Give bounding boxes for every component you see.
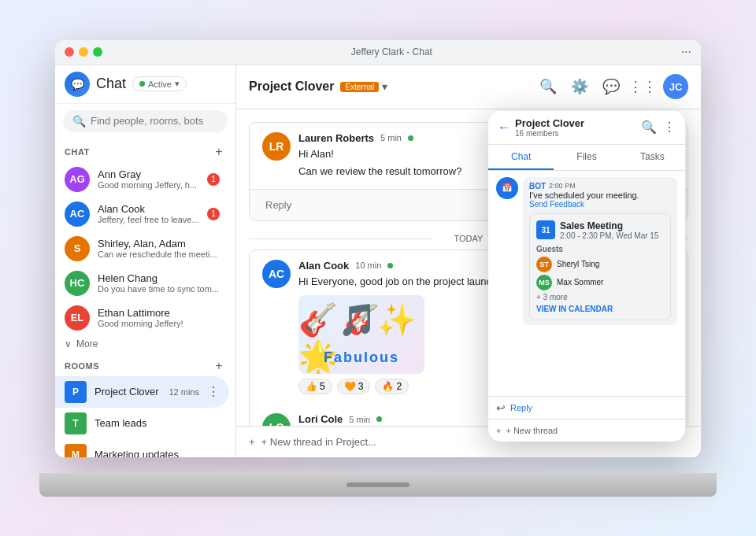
- apps-icon[interactable]: ⋮⋮: [632, 76, 654, 98]
- room-options-icon[interactable]: ⋮: [207, 384, 220, 399]
- view-calendar-link[interactable]: VIEW IN CALENDAR: [536, 305, 664, 313]
- new-thread-label: + New thread: [506, 426, 558, 435]
- chat-item[interactable]: EL Ethan Lattimore Good morning Jeffery!: [55, 301, 229, 335]
- mobile-new-thread[interactable]: + + New thread: [488, 419, 685, 442]
- chat-item[interactable]: AC Alan Cook Jeffery, feel free to leave…: [55, 197, 229, 231]
- gif-image: 🎸🎵✨🌟 Fabulous: [298, 295, 424, 374]
- reaction-thumbsup[interactable]: 👍 5: [298, 379, 332, 394]
- traffic-lights: [65, 47, 102, 57]
- mobile-more-icon[interactable]: ⋮: [663, 120, 676, 135]
- minimize-button[interactable]: [79, 47, 88, 57]
- avatar: AC: [65, 201, 90, 227]
- chat-item-info: Helen Chang Do you have time to sync tom…: [98, 272, 220, 294]
- chat-item-info: Shirley, Alan, Adam Can we reschedule th…: [98, 238, 220, 259]
- gif-label: Fabulous: [324, 349, 399, 366]
- search-icon[interactable]: 🔍: [537, 76, 559, 98]
- maximize-button[interactable]: [93, 47, 102, 57]
- tab-files[interactable]: Files: [554, 145, 619, 170]
- more-label: More: [76, 338, 98, 349]
- card-header: 31 Sales Meeting 2:00 - 2:30 PM, Wed Mar…: [536, 220, 664, 240]
- message-author: Lori Cole: [298, 413, 343, 425]
- chat-item-info: Ann Gray Good morning Jeffery, h...: [98, 168, 199, 190]
- close-button[interactable]: [65, 47, 74, 57]
- back-button[interactable]: ←: [498, 120, 510, 135]
- rooms-section-label: ROOMS: [65, 361, 99, 371]
- more-chats-button[interactable]: ∨ More: [55, 335, 235, 353]
- chat-item-preview: Jeffery, feel free to leave...: [98, 215, 199, 224]
- search-box[interactable]: 🔍: [63, 110, 228, 132]
- chat-logo: 💬: [65, 72, 90, 97]
- reaction-fire[interactable]: 🔥 2: [375, 379, 409, 394]
- chat-item-info: Ethan Lattimore Good morning Jeffery!: [98, 307, 220, 328]
- room-title: Project Clover: [249, 79, 334, 94]
- message-author: Alan Cook: [298, 260, 349, 272]
- unread-badge: 1: [207, 208, 220, 220]
- chat-icon[interactable]: 💬: [600, 76, 622, 98]
- chat-logo-icon: 💬: [71, 78, 84, 91]
- room-name: Team leads: [94, 417, 220, 429]
- mobile-search-icon[interactable]: 🔍: [641, 120, 657, 135]
- bot-time-label: 2:00 PM: [549, 182, 576, 190]
- tab-chat[interactable]: Chat: [488, 145, 554, 170]
- guest-name: Sheryl Tsing: [557, 260, 599, 268]
- chat-section-header: CHAT +: [55, 139, 235, 162]
- avatar: HC: [65, 271, 90, 296]
- mobile-members: 16 members: [515, 129, 636, 138]
- rooms-section-header: ROOMS +: [55, 353, 235, 376]
- room-avatar: M: [65, 444, 87, 457]
- mobile-icons: 🔍 ⋮: [641, 120, 676, 135]
- avatar: LC: [262, 413, 291, 426]
- main-header: Project Clover External ▾ 🔍 ⚙️ 💬 ⋮⋮ JC: [236, 65, 701, 109]
- event-time: 2:00 - 2:30 PM, Wed Mar 15: [560, 231, 658, 240]
- chevron-down-icon[interactable]: ▾: [382, 80, 387, 93]
- search-input[interactable]: [91, 115, 218, 127]
- room-item-project-clover[interactable]: P Project Clover 12 mins ⋮: [55, 376, 229, 408]
- reply-icon[interactable]: ↩: [496, 401, 506, 414]
- reaction-heart[interactable]: 🧡 3: [337, 379, 371, 394]
- guests-section: Guests ST Sheryl Tsing MS Max Sommer + 3…: [536, 245, 664, 301]
- avatar: AC: [262, 260, 291, 288]
- laptop-notch: [346, 482, 410, 487]
- reply-label[interactable]: Reply: [510, 403, 532, 412]
- bot-message-text: I've scheduled your meeting.: [529, 190, 671, 200]
- more-options-icon[interactable]: ···: [681, 45, 691, 59]
- title-bar: Jeffery Clark - Chat ···: [55, 40, 701, 65]
- room-item-team-leads[interactable]: T Team leads: [55, 408, 229, 439]
- active-label: Active: [148, 79, 172, 89]
- add-chat-button[interactable]: +: [212, 145, 226, 159]
- chat-item-preview: Good morning Jeffery!: [98, 319, 220, 328]
- reaction-count: 2: [396, 381, 402, 392]
- room-item-marketing[interactable]: M Marketing updates: [55, 439, 229, 457]
- room-name: Project Clover: [94, 386, 161, 397]
- calendar-icon: 31: [536, 220, 555, 239]
- sidebar-header: 💬 Chat Active ▾: [55, 65, 235, 104]
- sidebar: 💬 Chat Active ▾ 🔍 CHAT +: [55, 65, 236, 457]
- mobile-header: ← Project Clover 16 members 🔍 ⋮: [488, 111, 685, 145]
- event-title: Sales Meeting: [560, 220, 658, 231]
- guest-row: ST Sheryl Tsing: [536, 257, 664, 272]
- chevron-down-icon: ∨: [65, 338, 72, 349]
- guest-avatar: MS: [536, 275, 552, 290]
- active-badge[interactable]: Active ▾: [132, 76, 187, 91]
- add-room-button[interactable]: +: [212, 359, 226, 373]
- chat-section-label: CHAT: [65, 147, 90, 157]
- tab-tasks[interactable]: Tasks: [620, 145, 685, 170]
- feedback-link[interactable]: Send Feedback: [529, 200, 671, 209]
- guests-label: Guests: [536, 245, 664, 253]
- new-thread-label: + New thread in Project...: [261, 436, 376, 448]
- plus-icon: +: [496, 426, 501, 435]
- avatar: S: [65, 236, 90, 261]
- app-title: Chat: [96, 76, 126, 92]
- room-avatar: P: [65, 381, 87, 403]
- message-author: Lauren Roberts: [298, 132, 374, 144]
- calendar-card: 31 Sales Meeting 2:00 - 2:30 PM, Wed Mar…: [529, 213, 671, 320]
- settings-icon[interactable]: ⚙️: [569, 76, 591, 98]
- chat-item-name: Alan Cook: [98, 203, 199, 215]
- chat-item-name: Helen Chang: [98, 272, 220, 284]
- mobile-overlay: ← Project Clover 16 members 🔍 ⋮ Chat Fil…: [488, 111, 685, 442]
- chat-item-name: Shirley, Alan, Adam: [98, 238, 220, 250]
- chat-item[interactable]: AG Ann Gray Good morning Jeffery, h... 1: [55, 162, 229, 197]
- chat-item[interactable]: S Shirley, Alan, Adam Can we reschedule …: [55, 231, 229, 266]
- chat-item[interactable]: HC Helen Chang Do you have time to sync …: [55, 266, 229, 301]
- user-avatar[interactable]: JC: [663, 74, 688, 99]
